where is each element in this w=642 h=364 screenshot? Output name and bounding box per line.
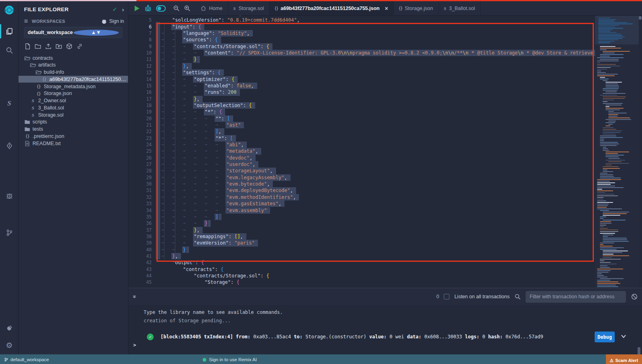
code-line[interactable]: 10→→→→"content": "// SPDX-License-Identi…: [128, 50, 595, 56]
scam-alert-button[interactable]: ⚠ Scam Alert: [606, 354, 642, 364]
code-line[interactable]: 35→→→→→]: [128, 214, 595, 220]
sidebar-item-settings[interactable]: ⚙: [0, 338, 18, 352]
tree-item[interactable]: S2_Owner.sol: [18, 97, 128, 104]
tree-item[interactable]: { }a69b43f277ba20fcac141151250ca7...: [18, 76, 128, 83]
chevron-down-icon[interactable]: [620, 333, 627, 340]
new-folder-icon[interactable]: [35, 43, 41, 50]
tree-item[interactable]: { }Storage.json: [18, 90, 128, 97]
editor-scrollbar[interactable]: [639, 16, 642, 288]
code-line[interactable]: 33→→→→→→"evm.gasEstimates",: [128, 200, 595, 207]
code-line[interactable]: 12→→},: [128, 63, 595, 69]
remix-ai-robot-icon[interactable]: [144, 5, 152, 12]
code-line[interactable]: 24→→→→→→"abi",: [128, 142, 595, 148]
sidebar-item-deploy-run[interactable]: [0, 138, 18, 153]
code-line[interactable]: 32→→→→→→"evm.methodIdentifiers",: [128, 194, 595, 200]
code-line[interactable]: 44"contracts/Storage.sol": {: [128, 273, 595, 279]
code-line[interactable]: 31→→→→→→"evm.deployedBytecode",: [128, 187, 595, 194]
tree-item[interactable]: contracts: [18, 55, 128, 61]
upload-file-icon[interactable]: [45, 43, 52, 50]
code-line[interactable]: 45"Storage": {: [128, 279, 595, 285]
statusbar-workspace[interactable]: default_workspace: [4, 357, 49, 362]
tab[interactable]: SStorage.sol: [228, 1, 269, 15]
tab[interactable]: { }Storage.json: [394, 1, 439, 15]
transaction-row[interactable]: ✓ [block:5583405 txIndex:4] from: 0xa03.…: [128, 330, 642, 344]
tree-item[interactable]: { }.prettierrc.json: [18, 133, 128, 140]
close-icon[interactable]: ×: [385, 5, 388, 12]
block-icon[interactable]: [631, 293, 638, 300]
upload-folder-icon[interactable]: [55, 43, 62, 50]
zoom-out-icon[interactable]: [173, 5, 180, 12]
code-line[interactable]: 29→→→→→→"evm.legacyAssembly",: [128, 174, 595, 181]
chevron-right-icon[interactable]: ›: [122, 6, 124, 13]
cube-icon[interactable]: [66, 43, 73, 50]
ai-copilot-toggle-icon[interactable]: [156, 5, 166, 12]
code-line[interactable]: 27→→→→→→"userdoc",: [128, 161, 595, 168]
code-line[interactable]: 42"output": {: [128, 259, 595, 266]
terminal-body[interactable]: Type the library name to see available c…: [128, 305, 642, 354]
expand-terminal-icon[interactable]: »: [132, 295, 138, 298]
code-line[interactable]: 43"contracts": {: [128, 266, 595, 273]
sidebar-item-git[interactable]: [0, 225, 18, 240]
code-line[interactable]: 21→→→→→→"ast": [128, 122, 595, 128]
sidebar-item-solidity-compiler[interactable]: S: [0, 96, 18, 111]
code-line[interactable]: 16→→→→"runs": 200: [128, 89, 595, 95]
hamburger-menu-icon[interactable]: ≡: [24, 18, 28, 25]
sidebar-item-file-explorer[interactable]: [0, 24, 18, 38]
workspace-selector[interactable]: default_workspace ▲▼: [24, 27, 122, 38]
code-line[interactable]: 17→→→},: [128, 96, 595, 102]
code-line[interactable]: 5"solcLongVersion": "0.8.19+commit.7dd6d…: [128, 17, 595, 23]
statusbar-ai-signin[interactable]: Sign in to use Remix AI: [203, 357, 257, 362]
remix-logo-icon[interactable]: [0, 3, 18, 19]
debug-button[interactable]: Debug: [595, 332, 615, 342]
tab[interactable]: Home: [195, 1, 228, 15]
sidebar-item-search[interactable]: [0, 43, 18, 57]
minimap[interactable]: [595, 16, 639, 288]
code-line[interactable]: 30→→→→→→"evm.bytecode",: [128, 181, 595, 187]
code-line[interactable]: 7→→"language": "Solidity",: [128, 30, 595, 36]
code-line[interactable]: 18→→→"outputSelection": {: [128, 102, 595, 109]
tree-item[interactable]: S3_Ballot.sol: [18, 104, 128, 111]
code-line[interactable]: 8→→"sources": {: [128, 36, 595, 43]
code-line[interactable]: 28→→→→→→"storageLayout",: [128, 168, 595, 174]
link-icon[interactable]: [76, 43, 83, 50]
tree-item[interactable]: scripts: [18, 119, 128, 125]
sidebar-item-plugin-manager[interactable]: [0, 321, 18, 335]
new-file-icon[interactable]: [24, 43, 31, 50]
zoom-in-icon[interactable]: [184, 5, 191, 12]
code-line[interactable]: 13→→"settings": {: [128, 69, 595, 76]
code-line[interactable]: 38→→→"remappings": [],: [128, 233, 595, 240]
code-line[interactable]: 22→→→→→],: [128, 128, 595, 135]
github-signin-button[interactable]: Sign in: [101, 18, 124, 24]
code-line[interactable]: 25→→→→→→"metadata",: [128, 148, 595, 154]
transaction-filter-input[interactable]: [526, 291, 626, 303]
code-line[interactable]: 15→→→→"enabled": false,: [128, 83, 595, 89]
code-line[interactable]: 20→→→→→"": [: [128, 115, 595, 122]
listen-checkbox[interactable]: [444, 294, 449, 299]
tree-item[interactable]: { }Storage_metadata.json: [18, 83, 128, 90]
code-line[interactable]: 39→→→"evmVersion": "paris": [128, 240, 595, 246]
tree-item[interactable]: SStorage.sol: [18, 111, 128, 118]
code-line[interactable]: 37→→→},: [128, 227, 595, 233]
code-line[interactable]: 26→→→→→→"devdoc",: [128, 155, 595, 161]
tab[interactable]: { }a69b43f277ba20fcac141151250ca755.json…: [270, 1, 394, 15]
scrollbar-thumb[interactable]: [639, 16, 642, 20]
tree-item[interactable]: tests: [18, 126, 128, 133]
sidebar-item-debugger[interactable]: [0, 188, 18, 203]
workspace-dropdown-icon[interactable]: ▲▼: [73, 30, 119, 36]
code-line[interactable]: 34→→→→→→"evm.assembly": [128, 207, 595, 214]
code-line[interactable]: 6"input": {: [128, 24, 595, 30]
code-line[interactable]: 19→→→→"*": {: [128, 109, 595, 115]
code-line[interactable]: 41→},: [128, 253, 595, 259]
tab[interactable]: S3_Ballot.sol: [439, 1, 481, 15]
code-editor[interactable]: 4"solcVersion": "0.8.19",5"solcLongVersi…: [128, 16, 642, 288]
tree-item[interactable]: build-info: [18, 69, 128, 76]
code-line[interactable]: 11→→→}: [128, 56, 595, 63]
code-line[interactable]: 9→→→"contracts/Storage.sol": {: [128, 43, 595, 50]
code-line[interactable]: 14→→→"optimizer": {: [128, 76, 595, 83]
code-line[interactable]: 36→→→→}: [128, 220, 595, 226]
code-line[interactable]: 40→→}: [128, 247, 595, 253]
code-line[interactable]: 23→→→→→"*": [: [128, 135, 595, 142]
tree-item[interactable]: artifacts: [18, 62, 128, 69]
terminal-prompt[interactable]: >: [133, 342, 136, 348]
tree-item[interactable]: README.txt: [18, 140, 128, 147]
